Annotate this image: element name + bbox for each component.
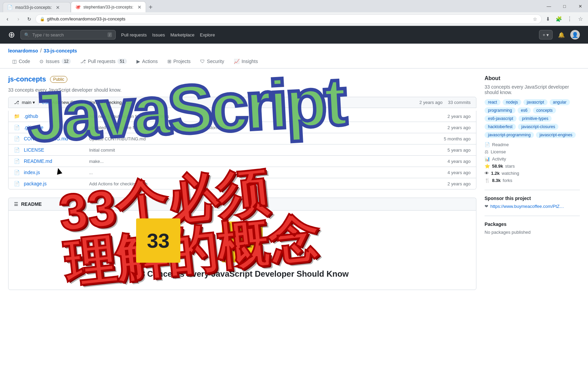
nav-refresh[interactable]: ↻ [24, 14, 34, 24]
file-row-github: 📁 .github Add new Github Action for chec… [9, 111, 476, 122]
sidebar-readme-link[interactable]: 📄 Readme [485, 142, 580, 147]
avatar[interactable]: 👤 [570, 30, 580, 40]
window-minimize[interactable]: — [541, 0, 557, 12]
file-row-readme: 📄 README.md make... 4 years ago [9, 156, 476, 167]
file-name-github[interactable]: .github [24, 113, 85, 119]
issues-icon: ⊙ [39, 59, 44, 64]
github-search[interactable]: 🔍 Type / to search / [20, 30, 116, 40]
window-maximize[interactable]: □ [557, 0, 572, 12]
tag-es6-js[interactable]: es6-javascript [485, 116, 517, 122]
tag-nodejs[interactable]: nodejs [503, 99, 521, 105]
url-bar[interactable]: 🔒 github.com/leonardomso/33-js-concepts … [35, 14, 542, 24]
tag-react[interactable]: react [485, 99, 501, 105]
packages-title: Packages [485, 221, 580, 227]
actions-label: Actions [142, 59, 158, 64]
sidebar-watching-stat[interactable]: 👁 1.2k watching [485, 171, 580, 176]
about-description: 33 concepts every JavaScript developer s… [485, 84, 580, 95]
search-icon: 🔍 [24, 32, 30, 37]
tag-js-engines[interactable]: javascript-engines [536, 132, 576, 138]
right-sidebar: About 33 concepts every JavaScript devel… [485, 75, 580, 290]
pr-count: 51 [117, 59, 127, 64]
sponsor-link[interactable]: ❤ https://www.buymeacoffee.com/PtZnD... [485, 204, 580, 209]
browser-extensions[interactable]: 🧩 [554, 14, 564, 24]
github-logo[interactable]: ⊕ [8, 30, 15, 40]
sidebar-license-link[interactable]: ⚖ License [485, 149, 580, 154]
tag-programming[interactable]: programming [485, 107, 516, 113]
repo-name-link[interactable]: js-concepts [8, 75, 46, 83]
tab-2[interactable]: 🐙 stephentian/33-js-concepts: ✕ [71, 1, 146, 12]
tag-es6[interactable]: es6 [518, 107, 531, 113]
tab-issues[interactable]: ⊙ Issues 12 [35, 55, 75, 68]
folder-icon-github: 📁 [14, 113, 20, 119]
tag-js-programming[interactable]: javascript-programming [485, 132, 534, 138]
readme-section-header: ☰ README [8, 198, 476, 210]
breadcrumb-owner-link[interactable]: leonardomso [8, 48, 38, 53]
file-name-readme[interactable]: README.md [24, 158, 85, 164]
tab-actions[interactable]: ▶ Actions [132, 55, 162, 68]
security-icon: 🛡 [200, 59, 205, 64]
heart-icon: ❤ [485, 204, 488, 209]
window-close[interactable]: ✕ [572, 0, 588, 12]
main-content-left: js-concepts Public 33 concepts every Jav… [8, 75, 476, 290]
browser-download[interactable]: ⬇ [543, 14, 553, 24]
sidebar-stars-stat[interactable]: ⭐ 58.9k stars [485, 164, 580, 169]
nav-issues-link[interactable]: Issues [152, 32, 165, 37]
tab-1[interactable]: 📄 mso/33-js-concepts: ✕ [3, 2, 71, 12]
forks-label: forks [503, 178, 512, 183]
tab-pull-requests[interactable]: ⎇ Pull requests 51 [76, 55, 131, 68]
sidebar-forks-stat[interactable]: 🍴 8.3k forks [485, 178, 580, 183]
commits-count-text: 33 commits [448, 100, 471, 105]
file-name-indexjs[interactable]: index.js [24, 170, 85, 175]
tab-title-1: mso/33-js-concepts: [15, 5, 52, 10]
tab-close-2[interactable]: ✕ [137, 4, 142, 10]
file-name-gitignore[interactable]: .gitignore [24, 125, 85, 130]
tab-insights[interactable]: 📈 Insights [230, 55, 262, 68]
tab-code[interactable]: ◫ Code [8, 55, 34, 68]
tag-primitive[interactable]: primitive-types [519, 116, 552, 122]
pr-icon: ⎇ [80, 59, 86, 64]
file-name-packagejs[interactable]: package.js [24, 181, 85, 186]
sponsor-url: https://www.buymeacoffee.com/PtZnD... [490, 204, 565, 209]
tag-hacktoberfest[interactable]: hacktoberfest [485, 124, 516, 130]
tag-angular[interactable]: angular [550, 99, 570, 105]
nav-forward[interactable]: › [14, 14, 23, 24]
tab-projects[interactable]: ⊞ Projects [163, 55, 195, 68]
github-header: ⊕ 🔍 Type / to search / Pull requests Iss… [0, 26, 588, 44]
tab-close-1[interactable]: ✕ [56, 5, 60, 10]
nav-back[interactable]: ‹ [3, 14, 12, 24]
file-row-license: 📄 LICENSE Initial commit 5 years ago [9, 144, 476, 156]
nav-marketplace-link[interactable]: Marketplace [170, 32, 195, 37]
notifications-button[interactable]: 🔔 [558, 32, 565, 38]
tab-favicon-2: 🐙 [75, 4, 81, 10]
ssl-icon: 🔒 [40, 17, 45, 21]
file-name-license[interactable]: LICENSE [24, 147, 85, 153]
file-icon-indexjs: 📄 [14, 170, 20, 175]
commit-author[interactable]: User [42, 100, 51, 105]
sidebar-divider-2 [485, 216, 580, 216]
projects-icon: ⊞ [167, 59, 172, 64]
branch-icon: ⎇ [14, 100, 19, 105]
tag-javascript[interactable]: javascript [523, 99, 548, 105]
sidebar-divider [485, 190, 580, 190]
sidebar-activity-link[interactable]: 📊 Activity [485, 156, 580, 162]
new-tab-button[interactable]: + [146, 2, 156, 12]
stars-count: 58.9k [492, 164, 503, 169]
new-dropdown-button[interactable]: + ▾ [539, 30, 553, 40]
nav-explore-link[interactable]: Explore [200, 32, 215, 37]
branch-select[interactable]: main ▾ [22, 100, 35, 105]
file-time-gitignore: 2 years ago [447, 125, 471, 130]
nav-pull-requests-link[interactable]: Pull requests [121, 32, 147, 37]
forks-icon: 🍴 [485, 178, 490, 183]
breadcrumb-repo-link[interactable]: 33-js-concepts [44, 48, 77, 53]
readme-thumbnail: 33 [222, 221, 263, 262]
file-row-indexjs: 📄 index.js ... 4 years ago [9, 167, 476, 178]
readme-icon: ☰ [14, 201, 18, 207]
tag-concepts[interactable]: concepts [533, 107, 556, 113]
browser-profile[interactable]: ⋮ [565, 14, 574, 24]
browser-menu[interactable]: ☆ [576, 14, 585, 24]
file-name-contributing[interactable]: CONTRIBUTING.md [24, 136, 85, 141]
insights-label: Insights [242, 59, 258, 64]
tab-security[interactable]: 🛡 Security [196, 55, 228, 68]
tag-closures[interactable]: javascript-closures [518, 124, 558, 130]
url-star[interactable]: ☆ [533, 16, 537, 22]
